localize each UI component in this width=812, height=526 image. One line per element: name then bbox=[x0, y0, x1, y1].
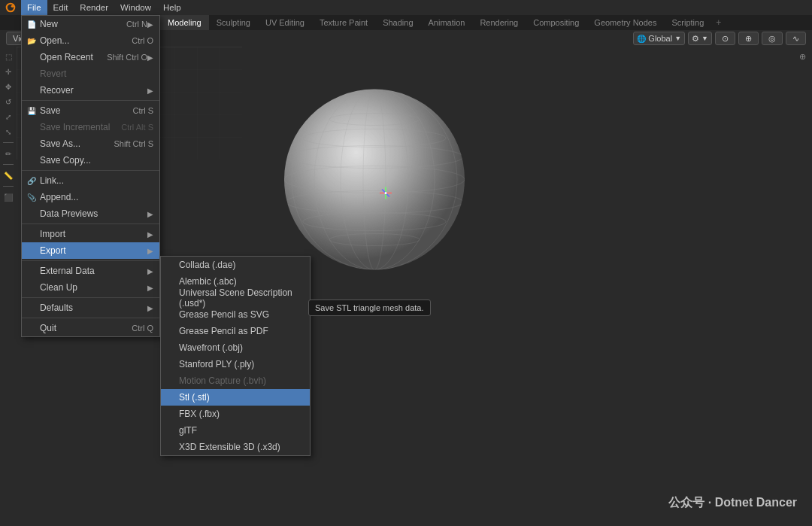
add-cube-tool[interactable]: ⬛ bbox=[2, 190, 15, 204]
transform-gizmo-button[interactable]: ⊕ bbox=[738, 32, 759, 45]
tab-animation[interactable]: Animation bbox=[421, 15, 473, 30]
append-icon: 📎 bbox=[26, 192, 37, 202]
tab-modeling[interactable]: Modeling bbox=[160, 15, 209, 30]
sidebar-divider-1 bbox=[3, 142, 14, 143]
menu-save-copy[interactable]: Save Copy... bbox=[22, 152, 159, 169]
render-menu-trigger[interactable]: Render bbox=[74, 0, 114, 15]
edit-menu-trigger[interactable]: Edit bbox=[47, 0, 74, 15]
export-collada[interactable]: Collada (.dae) bbox=[161, 257, 310, 273]
shading-button[interactable]: ∿ bbox=[786, 32, 806, 45]
menu-separator-6 bbox=[22, 318, 159, 318]
cursor-tool[interactable]: ✛ bbox=[2, 65, 15, 78]
app-logo bbox=[0, 0, 21, 15]
menu-new[interactable]: 📄 New Ctrl N ▶ bbox=[22, 16, 159, 32]
svg-point-24 bbox=[385, 192, 387, 194]
menu-recover[interactable]: Recover ▶ bbox=[22, 82, 159, 99]
menu-export[interactable]: Export ▶ bbox=[22, 242, 159, 259]
export-grease-svg[interactable]: Grease Pencil as SVG bbox=[161, 306, 310, 323]
svg-point-9 bbox=[284, 90, 465, 270]
new-icon: 📄 bbox=[26, 19, 37, 29]
menu-link[interactable]: 🔗 Link... bbox=[22, 172, 159, 189]
top-menu-bar: File Edit Render Window Help bbox=[0, 0, 812, 15]
tab-compositing[interactable]: Compositing bbox=[526, 15, 586, 30]
stl-tooltip: Save STL triangle mesh data. bbox=[308, 299, 431, 316]
file-dropdown-menu: 📄 New Ctrl N ▶ 📂 Open... Ctrl O Open Rec… bbox=[21, 15, 160, 337]
annotate-tool[interactable]: ✏ bbox=[2, 147, 15, 160]
menu-defaults[interactable]: Defaults ▶ bbox=[22, 299, 159, 316]
menu-quit[interactable]: Quit Ctrl Q bbox=[22, 320, 159, 336]
open-icon: 📂 bbox=[26, 35, 37, 46]
menu-separator-5 bbox=[22, 297, 159, 298]
menu-separator-1 bbox=[22, 100, 159, 101]
transform-tool[interactable]: ⤡ bbox=[2, 125, 15, 138]
scale-tool[interactable]: ⤢ bbox=[2, 110, 15, 123]
export-submenu: Collada (.dae) Alembic (.abc) Universal … bbox=[160, 256, 311, 456]
sidebar-divider-2 bbox=[3, 164, 14, 165]
tab-geometry-nodes[interactable]: Geometry Nodes bbox=[586, 15, 664, 30]
menu-separator-2 bbox=[22, 170, 159, 171]
proportional-editing-button[interactable]: ⊙ bbox=[715, 32, 735, 45]
select-box-tool[interactable]: ⬚ bbox=[2, 50, 15, 63]
menu-save[interactable]: 💾 Save Ctrl S bbox=[22, 102, 159, 119]
help-menu-trigger[interactable]: Help bbox=[157, 0, 187, 15]
left-sidebar: ⬚ ✛ ✥ ↺ ⤢ ⤡ ✏ 📏 ⬛ bbox=[0, 47, 17, 526]
export-gltf[interactable]: glTF bbox=[161, 422, 310, 439]
transform-orientation-select[interactable]: 🌐 Global ▼ bbox=[633, 32, 685, 45]
menu-data-previews[interactable]: Data Previews ▶ bbox=[22, 205, 159, 222]
sidebar-divider-3 bbox=[3, 186, 14, 187]
export-bvh: Motion Capture (.bvh) bbox=[161, 372, 310, 389]
menu-open-recent[interactable]: Open Recent Shift Ctrl O ▶ bbox=[22, 49, 159, 65]
viewport-gizmo-button[interactable]: ⊕ bbox=[795, 50, 809, 63]
tab-rendering[interactable]: Rendering bbox=[472, 15, 526, 30]
menu-import[interactable]: Import ▶ bbox=[22, 226, 159, 242]
menu-open[interactable]: 📂 Open... Ctrl O bbox=[22, 32, 159, 49]
viewport-overlay-controls: ⊕ bbox=[795, 50, 809, 63]
export-obj[interactable]: Wavefront (.obj) bbox=[161, 339, 310, 356]
menu-separator-3 bbox=[22, 223, 159, 224]
window-menu-trigger[interactable]: Window bbox=[114, 0, 157, 15]
overlay-button[interactable]: ◎ bbox=[762, 32, 783, 45]
export-grease-pdf[interactable]: Grease Pencil as PDF bbox=[161, 323, 310, 339]
measure-tool[interactable]: 📏 bbox=[2, 169, 15, 182]
menu-save-as[interactable]: Save As... Shift Ctrl S bbox=[22, 135, 159, 152]
export-stl[interactable]: Stl (.stl) bbox=[161, 389, 310, 406]
tab-sculpting[interactable]: Sculpting bbox=[209, 15, 258, 30]
snap-settings[interactable]: ⚙ ▼ bbox=[688, 32, 712, 45]
menu-clean-up[interactable]: Clean Up ▶ bbox=[22, 279, 159, 296]
export-usd[interactable]: Universal Scene Description (.usd*) bbox=[161, 290, 310, 306]
link-icon: 🔗 bbox=[26, 175, 37, 186]
tab-texture-paint[interactable]: Texture Paint bbox=[312, 15, 375, 30]
file-menu-trigger[interactable]: File bbox=[21, 0, 47, 15]
export-fbx[interactable]: FBX (.fbx) bbox=[161, 406, 310, 422]
tab-shading[interactable]: Shading bbox=[375, 15, 420, 30]
watermark: 公众号 · Dotnet Dancer bbox=[668, 495, 797, 511]
menu-external-data[interactable]: External Data ▶ bbox=[22, 263, 159, 279]
toolbar-right-section: 🌐 Global ▼ ⚙ ▼ ⊙ ⊕ ◎ ∿ bbox=[633, 32, 806, 45]
tab-scripting[interactable]: Scripting bbox=[664, 15, 711, 30]
export-ply[interactable]: Stanford PLY (.ply) bbox=[161, 356, 310, 372]
export-x3d[interactable]: X3D Extensible 3D (.x3d) bbox=[161, 439, 310, 455]
svg-point-2 bbox=[11, 5, 14, 8]
move-tool[interactable]: ✥ bbox=[2, 80, 15, 93]
menu-revert: Revert bbox=[22, 65, 159, 82]
rotate-tool[interactable]: ↺ bbox=[2, 95, 15, 108]
menu-separator-4 bbox=[22, 260, 159, 261]
menu-save-incremental: Save Incremental Ctrl Alt S bbox=[22, 119, 159, 135]
save-icon: 💾 bbox=[26, 105, 37, 116]
tab-uv-editing[interactable]: UV Editing bbox=[258, 15, 312, 30]
add-workspace-button[interactable]: + bbox=[711, 16, 726, 29]
menu-append[interactable]: 📎 Append... bbox=[22, 189, 159, 205]
